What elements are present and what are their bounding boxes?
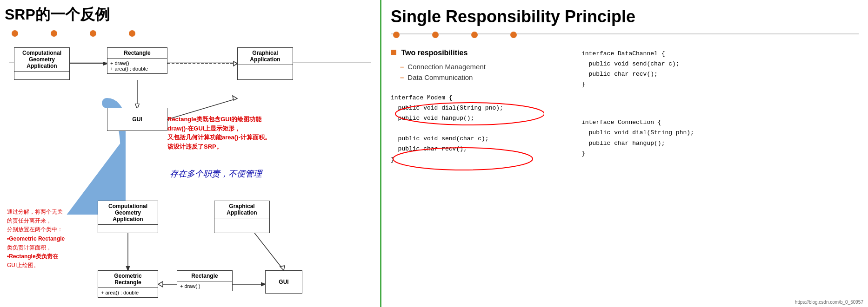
gui-bot-label: GUI: [279, 279, 288, 285]
geom-rect-body: + area() : double: [98, 288, 158, 297]
rectangle-bot-title: Rectangle: [177, 271, 232, 281]
two-resp-text: Two resposibilities: [401, 49, 467, 57]
modem-code-block: interface Modem { public void dial(Strin…: [391, 93, 568, 165]
annotation-red-line4: 该设计违反了SRP。: [167, 143, 222, 150]
url-bar: https://blog.csdn.com/b_0_50957: [795, 300, 863, 305]
svg-marker-5: [233, 96, 237, 100]
geom-rect-box: GeometricRectangle + area() : double: [98, 270, 158, 298]
rectangle-bot-body: + draw( ): [177, 281, 232, 291]
data-channel-code: interface DataChannel { public void send…: [581, 49, 859, 90]
left-content: Two resposibilities Connection Managemen…: [391, 49, 568, 168]
resp-label-1: Connection Management: [407, 63, 486, 71]
comp-geo-bot-box: ComputationalGeometryApplication: [98, 201, 158, 233]
timeline-dot-2: [51, 30, 57, 37]
right-panel: Single Responsibility Principle Two resp…: [381, 0, 868, 307]
resp-label-2: Data Communication: [407, 73, 473, 81]
annotation-red-text: Rectangle类既包含GUI的绘图功能 draw()-在GUI上显示矩形， …: [167, 115, 271, 151]
left-title: SRP的一个反例: [5, 5, 375, 25]
svg-marker-2: [234, 61, 237, 66]
timeline-dot-1: [12, 30, 18, 37]
resp-item-1: Connection Management: [400, 63, 568, 71]
comp-geo-top-box: ComputationalGeometryApplication: [14, 47, 70, 80]
left-anno-text3: GUI上绘图。: [7, 262, 39, 268]
svg-marker-8: [158, 281, 163, 287]
gui-bot-box: GUI: [265, 270, 302, 294]
two-responsibilities: Two resposibilities: [391, 49, 568, 57]
rectangle-top-body: + draw()+ area() : double: [107, 59, 167, 73]
connection-code: interface Connection { public void dial(…: [581, 118, 859, 158]
timeline-dot-3: [90, 30, 96, 37]
annotation-red-line2: draw()-在GUI上显示矩形，: [167, 125, 240, 132]
rectangle-top-title: Rectangle: [107, 48, 167, 59]
handwriting-annotation: 存在多个职责，不便管理: [170, 168, 262, 179]
timeline-dot-4: [129, 30, 135, 37]
graphical-top-title: GraphicalApplication: [238, 48, 293, 65]
uml-diagram: ComputationalGeometryApplication Rectang…: [5, 43, 377, 303]
right-content: interface DataChannel { public void send…: [581, 49, 859, 168]
left-annotation: 通过分解，将两个无关的责任分离开来，分别放置在两个类中： •Geometric …: [7, 208, 88, 270]
right-title: Single Responsibility Principle: [391, 7, 859, 26]
right-dot-1: [393, 32, 400, 38]
comp-geo-bot-title: ComputationalGeometryApplication: [98, 201, 158, 225]
comp-geo-top-title: ComputationalGeometryApplication: [14, 48, 69, 72]
right-dot-2: [432, 32, 439, 38]
right-dot-3: [471, 32, 478, 38]
modem-code-text: interface Modem { public void dial(Strin…: [391, 93, 568, 165]
left-anno-text1: 通过分解，将两个无关的责任分离开来，分别放置在两个类中：: [7, 209, 63, 233]
content-area: Two resposibilities Connection Managemen…: [391, 49, 859, 168]
graphical-top-box: GraphicalApplication: [237, 47, 293, 80]
right-dot-4: [510, 32, 517, 38]
graphical-bot-box: GraphicalApplication: [214, 201, 270, 233]
annotation-red-line3: 又包括几何计算功能area()-计算面积。: [167, 134, 271, 141]
svg-marker-11: [280, 266, 285, 270]
rectangle-bot-box: Rectangle + draw( ): [177, 270, 233, 291]
left-panel: SRP的一个反例: [0, 0, 381, 307]
left-anno-highlight1: •Geometric Rectangle: [7, 235, 65, 242]
left-anno-highlight2: •Rectangle类负责在: [7, 253, 58, 260]
gui-mid-label: GUI: [132, 116, 142, 123]
resp-item-2: Data Communication: [400, 73, 568, 81]
geom-rect-title: GeometricRectangle: [98, 271, 158, 288]
orange-bullet: [391, 50, 396, 55]
gui-mid-box: GUI: [107, 108, 167, 131]
annotation-red-line1: Rectangle类既包含GUI的绘图功能: [167, 116, 261, 123]
rectangle-top-box: Rectangle + draw()+ area() : double: [107, 47, 167, 74]
graphical-bot-title: GraphicalApplication: [214, 201, 269, 218]
left-anno-text2: 类负责计算面积，: [7, 244, 52, 251]
